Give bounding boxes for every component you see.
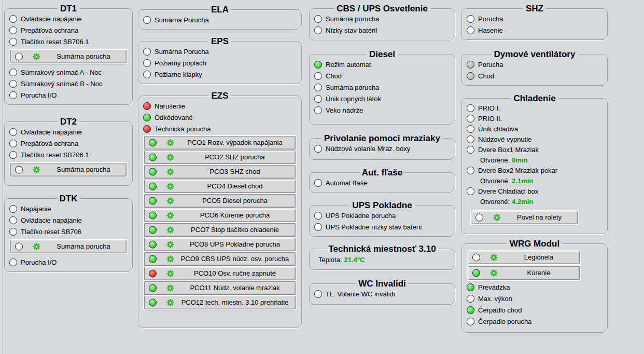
value-label: Otvorené: [480, 198, 510, 205]
value-otvorene-0min: Otvorené:0min [467, 155, 603, 166]
gear-icon [166, 182, 174, 190]
button-pco10-osv-rucne-zapnute[interactable]: PCO10 Osv. ručne zapnuté [144, 267, 296, 280]
status-porucha: Porucha [467, 59, 603, 71]
led-indicator-white-icon [9, 140, 17, 147]
status-label: Chod [478, 73, 494, 79]
panel-column-4: SHZPoruchaHasenieDymové ventilátoryPoruc… [461, 4, 608, 341]
led-indicator-green-icon [149, 153, 157, 161]
status-label: Odkódované [155, 114, 193, 121]
panel-title-ezs: EZS [208, 91, 231, 101]
led-indicator-green-icon [143, 114, 151, 121]
panel-title-dtk: DTK [57, 194, 80, 203]
led-indicator-white-icon [143, 16, 151, 24]
panel-title-technicka-miestnost-3-10: Technická miestnosť 3.10 [326, 244, 438, 254]
panel-cbs-ups-osvetlenie: CBS / UPS OsvetlenieSumárna poruchaNízky… [309, 4, 455, 40]
status-sumrakovy-snimac-a-noc: Súmrakový snímač A - Noc [9, 67, 128, 78]
status-sumarna-porucha: Sumárna Porucha [143, 46, 297, 58]
status-ovladacie-napajanie: Ovládacie napájanie [9, 215, 128, 226]
value-text: 0min [512, 157, 527, 164]
button-label: PCO10 Osv. ručne zapnuté [175, 269, 295, 277]
led-indicator-white-icon [143, 59, 151, 67]
led-indicator-white-icon [15, 52, 23, 60]
panel-dt1: DT1Ovládacie napájaniePrepäťová ochranaT… [4, 4, 133, 105]
button-pco1-rozv-vypadok-napajania[interactable]: PCO1 Rozv. výpadok napájania [144, 136, 296, 149]
button-sumarna-porucha[interactable]: Sumárna porucha [10, 240, 127, 253]
button-pco12-tech-miestn-3-10-prehriatie[interactable]: PCO12 tech. miestn. 3.10 prehriatie [144, 296, 296, 309]
button-label: Sumárna porucha [41, 166, 126, 173]
button-sumarna-porucha[interactable]: Sumárna porucha [10, 50, 127, 63]
status-tlacitko-reset-sb706-1: Tlačítko reset SB706.1 [9, 36, 128, 48]
led-indicator-white-icon [9, 15, 17, 23]
button-pco7-stop-tlacitko-chladenie[interactable]: PCO7 Stop tlačítko chladenie [144, 223, 296, 237]
button-pco4-diesel-chod[interactable]: PCO4 Diesel chod [144, 180, 296, 193]
status-label: Požiarny poplach [155, 60, 206, 66]
button-pco8-ups-pokladne-porucha[interactable]: PCO8 UPS Pokladne porucha [144, 238, 296, 251]
led-indicator-white-icon [314, 223, 322, 231]
led-indicator-white-icon [314, 290, 322, 298]
button-label: PCO12 tech. miestn. 3.10 prehriatie [175, 298, 295, 306]
panel-title-dymove-ventilatory: Dymové ventilátory [492, 50, 578, 59]
led-indicator-white-icon [314, 145, 322, 153]
value-text: 21.4°C [344, 256, 365, 263]
status-chod: Chod [467, 71, 603, 82]
status-porucha-i-o: Porucha I/O [9, 90, 128, 101]
status-prio-ii: PRIO II. [467, 114, 603, 124]
panel-dt2: DT2Ovládacie napájaniePrepäťová ochranaT… [4, 117, 133, 186]
gear-icon [166, 269, 174, 277]
status-dvere-box2-mraziak-pekar: Dvere Box2 Mraziak pekar [467, 166, 603, 176]
led-indicator-white-icon [467, 15, 474, 23]
led-indicator-white-icon [467, 295, 474, 303]
status-label: Ovládacie napájanie [21, 16, 82, 22]
led-indicator-white-icon [9, 216, 17, 224]
status-poziarny-poplach: Požiarny poplach [143, 58, 297, 69]
button-pco5-diesel-porucha[interactable]: PCO5 Diesel porucha [144, 194, 296, 208]
led-indicator-white-icon [9, 80, 17, 88]
panel-column-3: CBS / UPS OsvetlenieSumárna poruchaNízky… [309, 4, 455, 313]
gear-icon [490, 269, 498, 277]
status-odkodovane: Odkódované [143, 112, 297, 124]
led-indicator-white-icon [472, 253, 480, 261]
button-pco11-nudz-volanie-mraziak[interactable]: PCO11 Núdz. volanie mraziak [144, 281, 296, 295]
panel-dtk: DTKNapájanieOvládacie napájanieTlačíko r… [4, 194, 133, 272]
status-label: Tlačítko reset SB706.1 [21, 38, 89, 45]
led-indicator-white-icon [314, 212, 322, 220]
panel-wc-invalidi: WC InvalidiTL. Volanie WC invalidi [309, 279, 455, 305]
led-indicator-white-icon [9, 91, 17, 99]
status-nizky-stav-baterii: Nízky stav batérií [314, 25, 450, 36]
panel-title-eps: EPS [208, 37, 231, 46]
led-indicator-white-icon [9, 26, 17, 34]
led-indicator-white-icon [467, 26, 474, 34]
led-indicator-red-icon [149, 269, 157, 277]
status-label: Sumárna Porucha [155, 17, 209, 23]
button-legionela[interactable]: Legionela [468, 251, 580, 264]
status-label: Prepäťová ochrana [21, 140, 78, 147]
panel-chladenie: ChladeniePRIO I.PRIO II.Únik chladivaNúd… [461, 94, 608, 234]
button-pco2-shz-porucha[interactable]: PCO2 SHZ porucha [144, 151, 296, 164]
button-povel-na-rolety[interactable]: Povel na rolety [471, 211, 578, 224]
gear-icon [166, 211, 174, 219]
status-label: Technická porucha [155, 126, 211, 132]
button-pco9-cbs-ups-nudz-osv-porucha[interactable]: PCO9 CBS UPS núdz. osv. porucha [144, 252, 296, 266]
status-label: Súmrakový snímač A - Noc [21, 69, 102, 76]
status-label: Napájanie [21, 206, 51, 212]
status-label: Dvere Box1 Mraziak [478, 146, 539, 153]
led-indicator-white-icon [15, 166, 23, 173]
status-label: UPS Pokladne porucha [326, 212, 396, 219]
button-pco6-kurenie-porucha[interactable]: PCO6 Kúrenie porucha [144, 209, 296, 222]
button-sumarna-porucha[interactable]: Sumárna porucha [10, 163, 127, 176]
status-label: Čerpadlo porucha [478, 318, 531, 325]
button-pco3-shz-chod[interactable]: PCO3 SHZ chod [144, 165, 296, 179]
led-indicator-white-icon [9, 38, 17, 46]
panel-dymove-ventilatory: Dymové ventilátoryPoruchaChod [461, 50, 608, 86]
status-tl-volanie-wc-invalidi: TL. Volanie WC invalidi [314, 289, 450, 300]
status-chod: Chod [314, 71, 450, 82]
led-indicator-gray-icon [467, 72, 474, 80]
status-label: Únik ropných látok [326, 96, 381, 102]
panel-diesel: DieselRežim automatChodSumárna poruchaÚn… [309, 50, 455, 125]
led-indicator-white-icon [467, 167, 474, 174]
status-automat-flase: Automat fľaše [314, 178, 450, 189]
button-kurenie[interactable]: Kúrenie [468, 266, 580, 280]
status-max-vykon: Max. výkon [467, 293, 603, 305]
status-prepatova-ochrana: Prepäťová ochrana [9, 25, 128, 36]
gear-icon [33, 166, 40, 173]
